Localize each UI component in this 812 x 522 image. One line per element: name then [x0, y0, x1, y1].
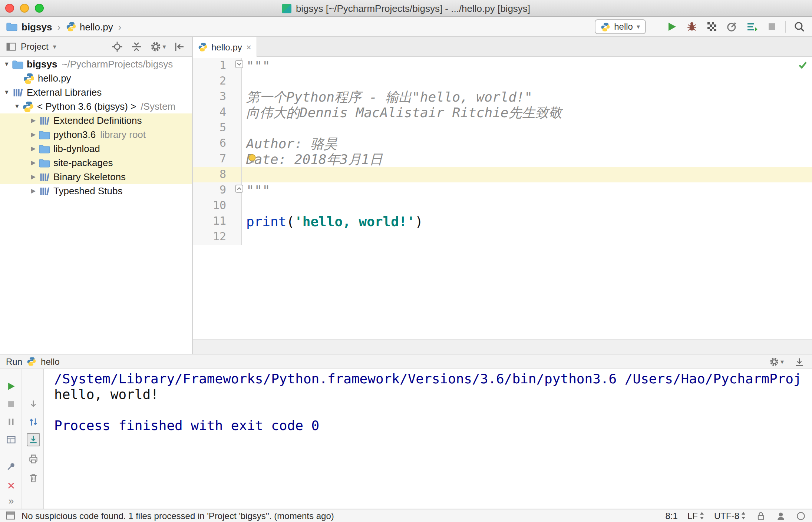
- tree-item-label: Typeshed Stubs: [53, 185, 122, 196]
- print-button[interactable]: [27, 452, 40, 466]
- project-panel-title[interactable]: Project: [21, 42, 49, 52]
- tree-item-label: lib-dynload: [53, 143, 100, 154]
- python-file-icon: [198, 42, 208, 52]
- intention-bulb-icon[interactable]: [247, 153, 257, 164]
- locate-file-button[interactable]: [110, 40, 124, 53]
- code-line: 10: [193, 198, 812, 214]
- down-the-stacktrace-button[interactable]: [27, 397, 40, 411]
- rerun-button[interactable]: [4, 380, 18, 393]
- up-down-arrows-icon: [28, 417, 39, 427]
- run-with-coverage-button[interactable]: [705, 20, 719, 33]
- scroll-to-end-button[interactable]: [27, 433, 40, 446]
- line-number: 6: [193, 136, 242, 151]
- line-number: 10: [193, 198, 242, 214]
- tree-item-label: site-packages: [53, 157, 113, 168]
- encoding-widget[interactable]: UTF-8: [714, 511, 746, 521]
- tree-row-hello-py[interactable]: hello.py: [0, 71, 192, 85]
- tree-item-label: Binary Skeletons: [53, 171, 126, 182]
- line-separator-widget[interactable]: LF: [687, 511, 704, 521]
- docstring-text: Date: 2018年3月1日: [246, 151, 383, 167]
- tree-row-bigsys[interactable]: ▼ bigsys ~/PycharmProjects/bigsys: [0, 57, 192, 71]
- line-number: 12: [193, 229, 242, 245]
- tree-row-typeshed-stubs[interactable]: ▶ Typeshed Stubs: [0, 184, 192, 198]
- soft-wrap-button[interactable]: [27, 415, 40, 429]
- concurrency-diagram-button[interactable]: [745, 20, 759, 33]
- code-line: 11 print('hello, world!'): [193, 214, 812, 229]
- tree-row-lib-dynload[interactable]: ▶ lib-dynload: [0, 142, 192, 156]
- breadcrumb-project[interactable]: bigsys: [22, 21, 52, 32]
- run-settings-button[interactable]: ▾: [769, 356, 784, 367]
- expand-arrow-icon[interactable]: ▼: [1, 61, 12, 67]
- expand-arrow-icon[interactable]: ▼: [12, 103, 22, 110]
- tree-row-binary-skeletons[interactable]: ▶ Binary Skeletons: [0, 170, 192, 184]
- collapse-all-button[interactable]: [130, 40, 143, 53]
- hector-inspections-icon[interactable]: [776, 511, 786, 521]
- coverage-icon: [706, 21, 718, 33]
- editor-tab-bar: hello.py ×: [193, 37, 812, 57]
- project-tool-window-icon: [6, 42, 16, 52]
- readonly-lock-icon[interactable]: [756, 511, 766, 521]
- code-editor[interactable]: 1 """ 2 3 第一个Python程序 - 输出"hello, world!…: [193, 57, 812, 339]
- fold-start-marker[interactable]: [235, 60, 243, 68]
- collapse-arrow-icon[interactable]: ▶: [28, 174, 39, 180]
- run-button[interactable]: [665, 20, 679, 33]
- title-bar: bigsys [~/PycharmProjects/bigsys] - .../…: [0, 0, 812, 17]
- close-run-tab-button[interactable]: [4, 479, 18, 492]
- collapse-arrow-icon[interactable]: ▶: [28, 188, 39, 194]
- run-panel: » /System/Library/Frameworks/Python.fram…: [0, 369, 812, 509]
- tree-item-label: Extended Definitions: [53, 115, 142, 126]
- tree-row-extended-definitions[interactable]: ▶ Extended Definitions: [0, 113, 192, 128]
- event-log-icon[interactable]: [796, 511, 806, 521]
- clear-all-button[interactable]: [27, 472, 40, 485]
- hide-run-panel-button[interactable]: [793, 355, 806, 368]
- code-line: 12: [193, 229, 812, 245]
- console-empty-line: [54, 402, 812, 417]
- fold-end-marker[interactable]: [235, 185, 243, 193]
- python-file-icon: [23, 72, 35, 84]
- search-everywhere-button[interactable]: [793, 20, 806, 33]
- inspections-widget-icon[interactable]: [6, 511, 16, 521]
- pycharm-icon: [282, 3, 291, 13]
- collapse-arrow-icon[interactable]: ▶: [28, 131, 39, 138]
- stop-process-button[interactable]: [4, 397, 18, 411]
- collapse-arrow-icon[interactable]: ▶: [28, 159, 39, 166]
- tree-row-python36-library-root[interactable]: ▶ python3.6 library root: [0, 128, 192, 142]
- run-config-selector[interactable]: hello ▾: [595, 19, 646, 34]
- pin-tab-button[interactable]: [4, 460, 18, 473]
- hide-down-icon: [794, 356, 805, 367]
- profile-button[interactable]: [725, 20, 739, 33]
- more-icon: »: [9, 495, 14, 506]
- folder-icon: [39, 143, 50, 155]
- printer-icon: [28, 454, 39, 464]
- tree-row-site-packages[interactable]: ▶ site-packages: [0, 156, 192, 170]
- collapse-arrow-icon[interactable]: ▶: [28, 145, 39, 152]
- tree-item-label: < Python 3.6 (bigsys) >: [37, 101, 136, 112]
- library-icon: [39, 185, 50, 197]
- line-number: 1: [193, 58, 242, 73]
- stop-button[interactable]: [765, 20, 779, 33]
- editor-scrollbar-track[interactable]: [193, 339, 812, 354]
- inspection-status-icon[interactable]: [798, 60, 808, 70]
- settings-button[interactable]: ▾: [149, 40, 167, 53]
- console-exit-line: Process finished with exit code 0: [54, 417, 812, 433]
- breadcrumb-file[interactable]: hello.py: [80, 21, 113, 32]
- tree-row-python-sdk[interactable]: ▼ < Python 3.6 (bigsys) > /System: [0, 99, 192, 113]
- navigation-bar: bigsys › hello.py › hello ▾: [0, 17, 812, 37]
- pause-output-button[interactable]: [4, 415, 18, 429]
- caret-position-widget[interactable]: 8:1: [666, 511, 678, 521]
- expand-arrow-icon[interactable]: ▼: [1, 89, 12, 96]
- code-line: 5: [193, 120, 812, 136]
- debug-button[interactable]: [685, 20, 699, 33]
- tab-hello-py[interactable]: hello.py ×: [193, 37, 257, 57]
- collapse-arrow-icon[interactable]: ▶: [28, 117, 39, 124]
- tree-row-external-libraries[interactable]: ▼ External Libraries: [0, 85, 192, 99]
- close-icon[interactable]: ×: [246, 43, 251, 52]
- hide-panel-button[interactable]: [173, 40, 186, 53]
- up-down-icon: [699, 512, 704, 520]
- docstring-text: Author: 骆昊: [246, 136, 337, 151]
- hidden-actions-button[interactable]: »: [4, 494, 18, 507]
- console-command-line: /System/Library/Frameworks/Python.framew…: [54, 371, 812, 386]
- restore-layout-button[interactable]: [4, 433, 18, 446]
- run-console[interactable]: /System/Library/Frameworks/Python.framew…: [44, 369, 812, 509]
- tree-item-label: External Libraries: [27, 87, 102, 98]
